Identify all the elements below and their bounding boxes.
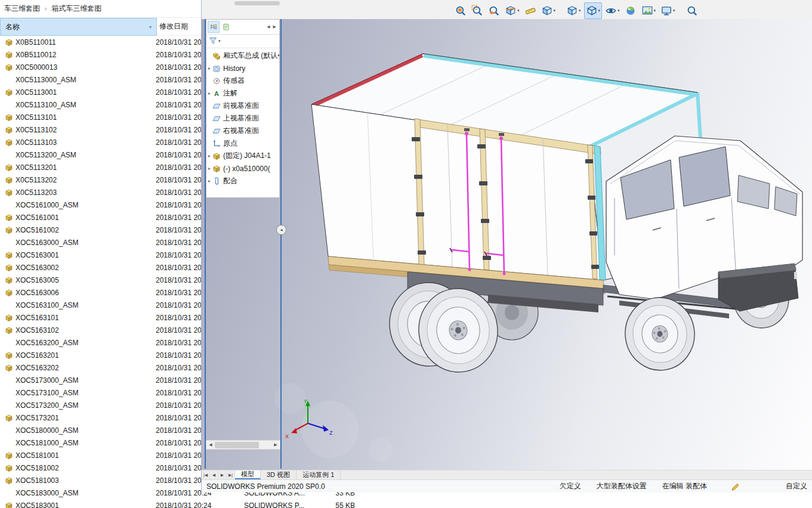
tab-nav-button[interactable]: ▶| [227, 470, 235, 479]
status-large-assembly-settings[interactable]: 大型装配体设置 [597, 481, 647, 491]
panel-top-scrollbar[interactable] [234, 1, 280, 5]
file-name: XOC5173201 [13, 414, 156, 422]
expand-arrow-icon[interactable]: ▸ [206, 178, 212, 184]
feature-tree-item[interactable]: 上视基准面 [206, 112, 279, 125]
edit-appearance-icon[interactable] [623, 2, 638, 19]
file-icon-blank [5, 389, 13, 397]
triad-y-label: Y [304, 398, 307, 404]
expand-arrow-icon[interactable]: ▸ [206, 66, 212, 71]
apply-scene-icon[interactable]: ▾ [640, 2, 658, 19]
top-toolbar-strip: ▾▾▾▾▾▾▾ [202, 0, 812, 19]
part-icon [212, 152, 221, 160]
section-view-icon[interactable]: ▾ [503, 2, 521, 19]
file-name: XOC5163102 [13, 326, 156, 334]
assembly-visualization-icon[interactable]: ▾ [539, 2, 558, 19]
view-settings-icon[interactable]: ▾ [659, 2, 677, 19]
feature-tree-label: 厢式车总成 (默认< [221, 51, 279, 61]
featuremanager-tab-row: ◀ ▶ [206, 20, 279, 35]
file-name: XOC5181003 [13, 476, 156, 485]
edit-sketch-icon[interactable] [731, 482, 739, 491]
dropdown-arrow-icon[interactable]: ▾ [618, 8, 620, 13]
scroll-left-icon[interactable]: ◀ [206, 442, 215, 447]
feature-tree-label: 传感器 [221, 76, 245, 86]
feature-tree-item[interactable]: ▸History [206, 62, 279, 75]
view-orientation-icon[interactable]: ▾ [564, 2, 583, 19]
filter-dropdown-icon[interactable]: ▾ [218, 39, 221, 44]
document-tab-运动算例 1[interactable]: 运动算例 1 [297, 470, 341, 479]
expand-arrow-icon[interactable]: ▸ [206, 166, 212, 171]
dropdown-arrow-icon[interactable]: ▾ [673, 8, 675, 13]
breadcrumb-item[interactable]: 箱式车三维套图 [48, 4, 104, 14]
solidworks-part-icon [5, 476, 13, 485]
file-name: X0C5113100_ASM [13, 101, 156, 109]
panel-horizontal-scrollbar[interactable]: ◀ ▶ [206, 440, 280, 450]
file-name: XOC5173100_ASM [13, 389, 156, 397]
breadcrumb-item[interactable]: 车三维套图 [1, 4, 43, 14]
solidworks-part-icon [5, 464, 13, 472]
document-tab-模型[interactable]: 模型 [235, 470, 261, 479]
propertymanager-tab[interactable] [220, 21, 232, 33]
magnifier-icon[interactable] [684, 2, 700, 19]
file-name: XOC5180000_ASM [13, 426, 156, 435]
solidworks-part-icon [5, 63, 13, 72]
solidworks-part-icon [5, 289, 13, 297]
feature-tree-item[interactable]: 右视基准面 [206, 125, 279, 137]
feature-tree-item[interactable]: 传感器 [206, 75, 279, 87]
column-dropdown-icon[interactable]: ▾ [149, 24, 152, 30]
feature-tree-item[interactable]: ▸(-) x0a510000( [206, 162, 279, 175]
feature-tree-item[interactable]: ▸A注解 [206, 87, 279, 100]
feature-tree-item[interactable]: 前视基准面 [206, 100, 279, 112]
zoom-to-fit-icon[interactable] [453, 2, 468, 19]
truck-model[interactable] [311, 54, 802, 376]
panel-collapse-button[interactable]: ◂ [276, 225, 286, 235]
file-name: XOC5163100_ASM [13, 301, 156, 309]
feature-tree-item[interactable]: ▸(固定) J04A1-1 [206, 150, 279, 162]
tab-nav-button[interactable]: ▶ [218, 470, 227, 479]
measure-icon[interactable] [523, 2, 538, 19]
dropdown-arrow-icon[interactable]: ▾ [517, 8, 520, 13]
graphics-viewport[interactable]: Y Z X [202, 19, 812, 470]
dropdown-arrow-icon[interactable]: ▾ [554, 8, 556, 13]
panel-tab-scroll-right[interactable]: ▶ [273, 24, 276, 29]
panel-right-splitter[interactable] [280, 19, 282, 469]
column-header-name[interactable]: 名称 ▾ [0, 18, 157, 36]
filter-funnel-icon[interactable] [209, 36, 217, 47]
dropdown-arrow-icon[interactable]: ▾ [598, 8, 601, 13]
svg-text:A: A [214, 90, 219, 97]
solidworks-window: ▾▾▾▾▾▾▾ [201, 0, 812, 492]
scroll-right-icon[interactable]: ▶ [271, 442, 280, 447]
panel-tab-scroll-left[interactable]: ◀ [267, 24, 270, 29]
status-customize[interactable]: 自定义 [786, 481, 807, 491]
solidworks-part-icon [5, 351, 13, 360]
feature-tree-item[interactable]: ▸配合 [206, 175, 279, 187]
file-icon-blank [5, 76, 13, 84]
file-name: X0C5113203 [13, 188, 156, 197]
feature-tree-item[interactable]: 厢式车总成 (默认< [206, 49, 279, 62]
cab-window[interactable] [679, 147, 730, 206]
file-name: XOC5181000_ASM [13, 439, 156, 447]
status-bar: SOLIDWORKS Premium 2020 SP0.0 欠定义 大型装配体设… [202, 479, 812, 492]
feature-tree-item[interactable]: 原点 [206, 137, 279, 150]
display-style-icon[interactable]: ▾ [584, 2, 603, 19]
zoom-to-area-icon[interactable] [470, 2, 485, 19]
dropdown-arrow-icon[interactable]: ▾ [579, 8, 581, 13]
expand-arrow-icon[interactable]: ▸ [206, 153, 212, 159]
dropdown-arrow-icon[interactable]: ▾ [654, 8, 656, 13]
hide-show-items-icon[interactable]: ▾ [603, 2, 622, 19]
3d-scene: Y Z X [202, 19, 812, 470]
file-size: 55 KB [328, 501, 363, 508]
document-tab-3D 视图[interactable]: 3D 视图 [261, 470, 297, 479]
file-name: X0C5113200_ASM [13, 151, 156, 159]
featuremanager-tab[interactable] [208, 21, 220, 33]
plane-icon [212, 102, 221, 110]
solidworks-part-icon [5, 326, 13, 334]
tab-nav-button[interactable]: ◀ [210, 470, 218, 479]
expand-arrow-icon[interactable]: ▸ [206, 91, 212, 96]
file-row[interactable]: XOC51830012018/10/31 20:24SOLIDWORKS P..… [0, 499, 394, 508]
solidworks-part-icon [5, 163, 13, 172]
previous-view-icon[interactable] [486, 2, 502, 19]
solidworks-part-icon [5, 364, 13, 372]
solidworks-part-icon [5, 213, 13, 222]
tab-nav-button[interactable]: |◀ [202, 470, 210, 479]
scrollbar-thumb[interactable] [215, 442, 259, 448]
